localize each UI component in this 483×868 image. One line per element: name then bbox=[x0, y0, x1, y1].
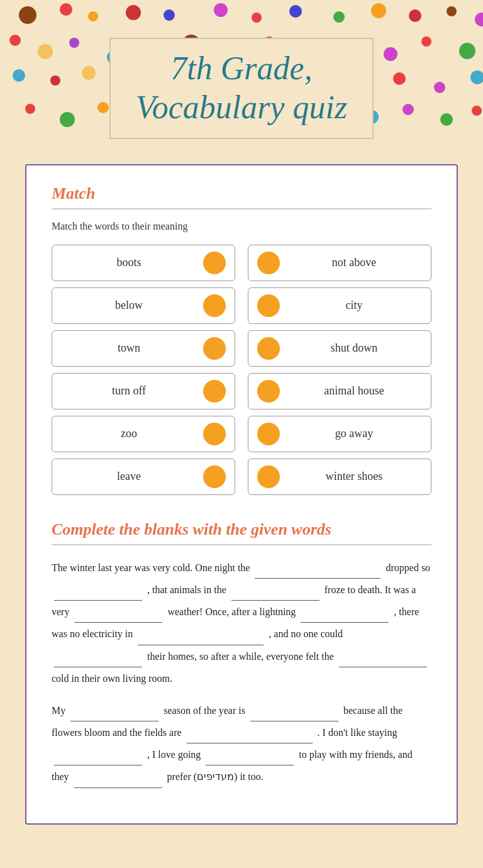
match-left-dot-2[interactable] bbox=[203, 294, 226, 317]
match-right-item-1[interactable]: not above bbox=[248, 245, 431, 281]
match-heading: Match bbox=[52, 184, 431, 203]
match-right-dot-2[interactable] bbox=[257, 294, 280, 317]
blanks-divider bbox=[52, 544, 431, 545]
match-right-item-4[interactable]: animal house bbox=[248, 373, 431, 409]
match-right-dot-4[interactable] bbox=[257, 380, 280, 403]
blank-3[interactable] bbox=[231, 588, 319, 601]
match-left-column: boots below town turn off zoo bbox=[52, 245, 235, 495]
blank-10[interactable] bbox=[250, 709, 338, 721]
blank-9[interactable] bbox=[70, 709, 158, 721]
match-right-label-3: shut down bbox=[286, 342, 422, 355]
match-right-label-2: city bbox=[286, 299, 422, 312]
match-left-item-5[interactable]: zoo bbox=[52, 416, 235, 452]
match-left-dot-1[interactable] bbox=[203, 252, 226, 274]
match-left-label-1: boots bbox=[61, 256, 197, 269]
match-right-label-1: not above bbox=[286, 256, 422, 269]
match-left-item-1[interactable]: boots bbox=[52, 245, 235, 281]
blanks-paragraph-2: My season of the year is because all the… bbox=[52, 699, 431, 788]
blanks-paragraph-1: The winter last year was very cold. One … bbox=[52, 557, 431, 689]
match-right-label-6: winter shoes bbox=[286, 470, 422, 483]
match-subtitle: Match the words to their meaning bbox=[52, 221, 431, 232]
blanks-heading: Complete the blanks with the given words bbox=[52, 520, 431, 539]
blank-1[interactable] bbox=[255, 566, 380, 579]
title-box: 7th Grade, Vocabulary quiz bbox=[109, 38, 374, 139]
match-left-label-4: turn off bbox=[61, 384, 197, 398]
match-right-item-6[interactable]: winter shoes bbox=[248, 459, 431, 495]
title-area: 7th Grade, Vocabulary quiz bbox=[0, 0, 483, 158]
match-left-dot-6[interactable] bbox=[203, 465, 226, 488]
page-title: 7th Grade, Vocabulary quiz bbox=[136, 49, 348, 128]
match-right-dot-1[interactable] bbox=[257, 252, 280, 274]
match-left-label-2: below bbox=[61, 299, 197, 312]
match-left-item-4[interactable]: turn off bbox=[52, 373, 235, 409]
match-section: Match Match the words to their meaning b… bbox=[52, 184, 431, 495]
match-left-item-2[interactable]: below bbox=[52, 287, 235, 324]
blank-11[interactable] bbox=[187, 731, 313, 743]
match-divider bbox=[52, 208, 431, 209]
match-columns: boots below town turn off zoo bbox=[52, 245, 431, 495]
blank-12[interactable] bbox=[54, 753, 142, 765]
match-left-label-3: town bbox=[61, 342, 197, 355]
match-right-item-3[interactable]: shut down bbox=[248, 330, 431, 367]
blank-2[interactable] bbox=[54, 588, 142, 601]
match-right-column: not above city shut down animal house go… bbox=[248, 245, 431, 495]
match-right-label-5: go away bbox=[286, 427, 422, 440]
blank-6[interactable] bbox=[138, 633, 264, 645]
match-right-item-5[interactable]: go away bbox=[248, 416, 431, 452]
blank-7[interactable] bbox=[54, 655, 142, 667]
match-left-label-5: zoo bbox=[61, 427, 197, 440]
match-right-item-2[interactable]: city bbox=[248, 287, 431, 324]
match-left-label-6: leave bbox=[61, 470, 197, 483]
match-left-dot-5[interactable] bbox=[203, 423, 226, 445]
match-left-dot-4[interactable] bbox=[203, 380, 226, 403]
blank-14[interactable] bbox=[74, 776, 162, 788]
blank-13[interactable] bbox=[206, 753, 294, 765]
match-right-dot-3[interactable] bbox=[257, 337, 280, 360]
blank-5[interactable] bbox=[301, 610, 389, 623]
match-left-item-3[interactable]: town bbox=[52, 330, 235, 367]
content-card: Match Match the words to their meaning b… bbox=[25, 164, 458, 825]
blanks-section: Complete the blanks with the given words… bbox=[52, 520, 431, 788]
match-left-dot-3[interactable] bbox=[203, 337, 226, 360]
match-right-label-4: animal house bbox=[286, 384, 422, 398]
match-right-dot-5[interactable] bbox=[257, 423, 280, 445]
blank-4[interactable] bbox=[74, 610, 162, 623]
match-left-item-6[interactable]: leave bbox=[52, 459, 235, 495]
blank-8[interactable] bbox=[339, 655, 427, 667]
match-right-dot-6[interactable] bbox=[257, 465, 280, 488]
